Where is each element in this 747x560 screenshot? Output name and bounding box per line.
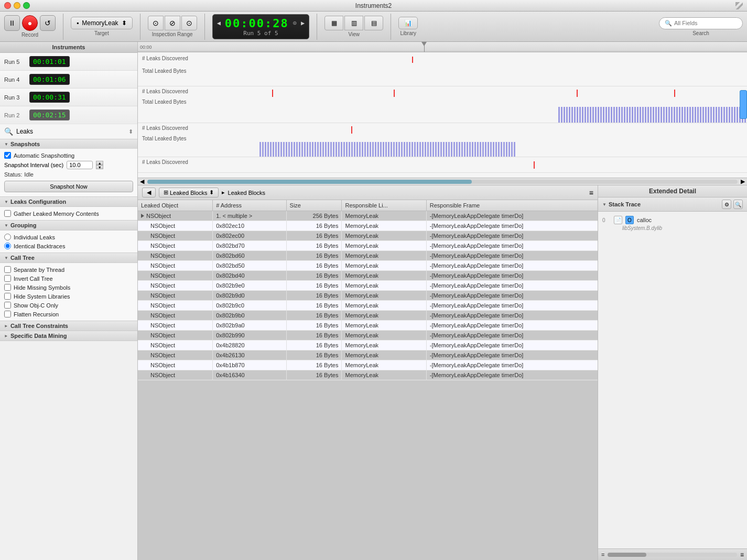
stepper-up-button[interactable]: ▲ — [96, 161, 103, 165]
scroll-right-button[interactable]: ▶ — [739, 178, 747, 185]
cell-leaked-object: NSObject — [138, 301, 213, 311]
col-responsible-lib[interactable]: Responsible Li... — [342, 200, 426, 211]
refresh-button[interactable]: ↺ — [40, 15, 56, 31]
snapshot-now-button[interactable]: Snapshot Now — [4, 181, 133, 192]
individual-leaks-radio[interactable] — [4, 234, 11, 240]
col-leaked-object[interactable]: Leaked Object — [138, 200, 213, 211]
leaked-blocks-select-button[interactable]: ⊞ Leaked Blocks ⬍ — [159, 188, 219, 197]
grouping-triangle-icon: ▼ — [4, 223, 8, 228]
grouping-content: Individual Leaks Identical Backtraces — [0, 230, 137, 253]
resize-handle[interactable] — [735, 2, 743, 9]
col-responsible-frame[interactable]: Responsible Frame — [426, 200, 598, 211]
leaks-config-header[interactable]: ▼ Leaks Configuration — [0, 197, 137, 207]
flatten-recursion-checkbox[interactable] — [4, 311, 11, 317]
ed-menu-icon[interactable]: ≡ — [740, 551, 744, 558]
cell-address: 0x4b1b870 — [213, 360, 286, 370]
view-mode-1-button[interactable]: ▦ — [324, 16, 343, 30]
target-button[interactable]: ▪ MemoryLeak ⬍ — [71, 17, 133, 29]
timer-prev-button[interactable]: ◀ — [217, 19, 221, 27]
search-input[interactable] — [674, 20, 737, 26]
table-row[interactable]: NSObject0x802bd5016 BytesMemoryLeak-[Mem… — [138, 261, 598, 271]
ed-scrollbar-thumb[interactable] — [608, 553, 646, 557]
snapshots-header[interactable]: ▼ Snapshots — [0, 139, 137, 149]
table-row[interactable]: NSObject0x4b2613016 BytesMemoryLeak-[Mem… — [138, 350, 598, 360]
toolbar-divider-1 — [63, 14, 63, 40]
table-row[interactable]: NSObject0x802b99016 BytesMemoryLeak-[Mem… — [138, 331, 598, 341]
hide-missing-symbols-row: Hide Missing Symbols — [4, 283, 133, 292]
scroll-left-button[interactable]: ◀ — [138, 178, 146, 185]
table-row[interactable]: NSObject0x802bd7016 BytesMemoryLeak-[Mem… — [138, 241, 598, 251]
data-toolbar-menu-icon[interactable]: ≡ — [589, 189, 593, 197]
gather-leaked-row: Gather Leaked Memory Contents — [4, 209, 133, 218]
tl-run5-label2: Total Leaked Bytes — [140, 67, 189, 75]
data-area: ◀ ⊞ Leaked Blocks ⬍ ▸ Leaked Blocks ≡ — [138, 185, 598, 560]
call-tree-constraints-header[interactable]: ▼ Call Tree Constraints — [0, 321, 137, 331]
cell-lib: MemoryLeak — [342, 221, 426, 231]
hide-system-libraries-checkbox[interactable] — [4, 293, 11, 300]
col-size[interactable]: Size — [286, 200, 342, 211]
table-row[interactable]: NSObject0x802b9b016 BytesMemoryLeak-[Mem… — [138, 311, 598, 321]
show-objc-only-checkbox[interactable] — [4, 302, 11, 309]
library-button[interactable]: 📊 — [398, 17, 418, 29]
inspection-start-button[interactable]: ⊙ — [148, 16, 164, 30]
instrument-selector[interactable]: 🔍 Leaks ⬍ — [0, 124, 137, 139]
scrollbar-thumb[interactable] — [147, 180, 472, 184]
cell-frame: -[MemoryLeakAppDelegate timerDo] — [426, 370, 598, 380]
table-row[interactable]: NSObject0x802ec0016 BytesMemoryLeak-[Mem… — [138, 231, 598, 241]
call-tree-header[interactable]: ▼ Call Tree — [0, 253, 137, 263]
minimize-button[interactable] — [14, 2, 20, 9]
close-button[interactable] — [4, 2, 11, 9]
hide-missing-symbols-checkbox[interactable] — [4, 284, 11, 291]
cell-address: 0x4b16340 — [213, 370, 286, 380]
stack-trace-search-button[interactable]: 🔍 — [733, 200, 743, 209]
auto-snapshot-checkbox[interactable] — [4, 152, 11, 159]
col-address[interactable]: # Address — [213, 200, 286, 211]
pause-button[interactable]: ⏸ — [4, 15, 20, 31]
back-button[interactable]: ◀ — [142, 188, 156, 197]
table-row[interactable]: NSObject0x802b9a016 BytesMemoryLeak-[Mem… — [138, 321, 598, 331]
run-item-2[interactable]: Run 2 00:02:15 — [0, 106, 137, 124]
table-row[interactable]: NSObject0x802ec1016 BytesMemoryLeak-[Mem… — [138, 221, 598, 231]
run-item-3[interactable]: Run 3 00:00:31 — [0, 89, 137, 106]
cell-size: 16 Bytes — [286, 321, 342, 331]
specific-data-mining-header[interactable]: ▼ Specific Data Mining — [0, 331, 137, 341]
table-row[interactable]: NSObject0x4b2882016 BytesMemoryLeak-[Mem… — [138, 341, 598, 350]
table-row[interactable]: NSObject0x4b1634016 BytesMemoryLeak-[Mem… — [138, 370, 598, 380]
stack-trace-settings-button[interactable]: ⚙ — [722, 200, 731, 209]
search-label: Search — [692, 30, 709, 36]
scroll-handle-4[interactable] — [740, 90, 747, 119]
maximize-button[interactable] — [23, 2, 30, 9]
view-mode-3-button[interactable]: ▤ — [364, 16, 383, 30]
cell-frame: -[MemoryLeakAppDelegate timerDo] — [426, 360, 598, 370]
run-item-4[interactable]: Run 4 00:01:06 — [0, 71, 137, 89]
table-row[interactable]: NSObject0x802bd4016 BytesMemoryLeak-[Mem… — [138, 271, 598, 281]
stepper-down-button[interactable]: ▼ — [96, 165, 103, 169]
gather-leaked-checkbox[interactable] — [4, 210, 11, 217]
interval-input[interactable] — [67, 161, 93, 169]
record-button[interactable]: ● — [22, 15, 38, 31]
inspection-prev-button[interactable]: ⊘ — [165, 16, 180, 30]
timeline-run-5: # Leaks Discovered Total Leaked Bytes — [138, 52, 747, 86]
table-row[interactable]: NSObject0x4b1b87016 BytesMemoryLeak-[Mem… — [138, 360, 598, 370]
timer-next-button[interactable]: ▶ — [301, 19, 305, 27]
table-row[interactable]: NSObject0x802b9e016 BytesMemoryLeak-[Mem… — [138, 281, 598, 291]
table-row[interactable]: NSObject0x802b9c016 BytesMemoryLeak-[Mem… — [138, 301, 598, 311]
cell-size: 16 Bytes — [286, 261, 342, 271]
table-row[interactable]: NSObject0x802bd6016 BytesMemoryLeak-[Mem… — [138, 251, 598, 261]
data-main: ◀ ⊞ Leaked Blocks ⬍ ▸ Leaked Blocks ≡ — [138, 185, 747, 560]
table-row[interactable]: NSObject1. < multiple >256 BytesMemoryLe… — [138, 211, 598, 221]
table-row[interactable]: NSObject0x802b9d016 BytesMemoryLeak-[Mem… — [138, 291, 598, 301]
invert-call-tree-checkbox[interactable] — [4, 275, 11, 282]
cell-size: 16 Bytes — [286, 341, 342, 350]
view-mode-2-button[interactable]: ▥ — [344, 16, 363, 30]
inspection-next-button[interactable]: ⊙ — [181, 16, 197, 30]
run-item-5[interactable]: Run 5 00:01:01 — [0, 53, 137, 71]
table-body: NSObject1. < multiple >256 BytesMemoryLe… — [138, 211, 598, 380]
separate-by-thread-checkbox[interactable] — [4, 266, 11, 273]
identical-backtraces-radio[interactable] — [4, 243, 11, 249]
library-group: 📊 Library — [398, 17, 418, 36]
search-box[interactable]: 🔍 — [659, 17, 743, 29]
cell-leaked-object: NSObject — [138, 331, 213, 341]
cell-size: 16 Bytes — [286, 370, 342, 380]
grouping-header[interactable]: ▼ Grouping — [0, 221, 137, 230]
